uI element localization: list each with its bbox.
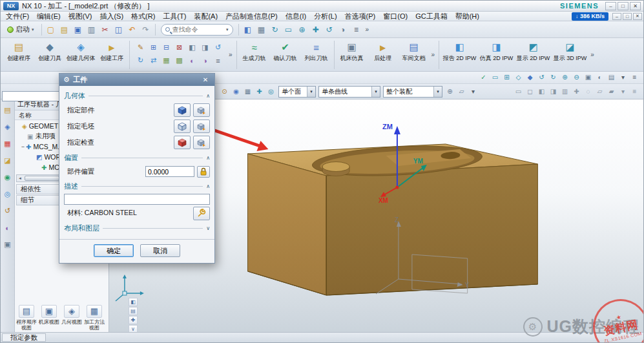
- ribbon-button[interactable]: ►创建工序: [96, 39, 127, 61]
- fit-window-icon[interactable]: ▭: [282, 23, 295, 36]
- display-part-button[interactable]: [193, 103, 210, 117]
- layers-icon[interactable]: ▤: [606, 72, 617, 83]
- navigator-view-tab[interactable]: ▦ 加工方法视图: [83, 305, 105, 331]
- ribbon-button[interactable]: ◧报告 2D IPW: [441, 39, 478, 61]
- constraint-navigator-icon[interactable]: ◈: [2, 121, 13, 132]
- ribbon-button[interactable]: ≈生成刀轨: [239, 39, 270, 61]
- doc-minimize-button[interactable]: –: [612, 13, 621, 20]
- roles-icon[interactable]: ◐: [2, 222, 13, 233]
- section-layout-layers[interactable]: 布局和图层 ∨: [64, 223, 210, 233]
- assembly-navigator-icon[interactable]: ▤: [2, 105, 13, 116]
- display-check-button[interactable]: [193, 136, 210, 149]
- zoom-in-icon[interactable]: ⊞: [501, 72, 512, 83]
- menu-item[interactable]: 文件(F): [2, 12, 33, 21]
- view-tool-icon[interactable]: ✚: [571, 87, 582, 97]
- half-shade-icon[interactable]: ◐: [594, 72, 605, 83]
- menu-item[interactable]: 格式(R): [127, 12, 159, 21]
- edit-material-button[interactable]: [193, 207, 210, 220]
- view-tool-icon[interactable]: ≡: [629, 87, 640, 97]
- menu-item[interactable]: 插入(S): [96, 12, 127, 21]
- doc-close-button[interactable]: ✕: [633, 13, 642, 20]
- ribbon-small-icon[interactable]: ↺: [212, 41, 224, 54]
- new-file-icon[interactable]: ▢: [45, 23, 57, 36]
- menu-item[interactable]: GC工具箱: [411, 12, 452, 21]
- start-menu-button[interactable]: 启动 ▾: [3, 23, 39, 36]
- save-icon[interactable]: ▣: [72, 23, 85, 36]
- ribbon-button[interactable]: ►后处理: [368, 39, 399, 61]
- window-layout-icon[interactable]: ▦: [255, 23, 268, 36]
- menu-item[interactable]: 分析(L): [310, 12, 340, 21]
- more-commands-icon[interactable]: ≡: [350, 23, 363, 36]
- ribbon-small-icon[interactable]: ⇄: [147, 54, 160, 67]
- selection-filter-combo[interactable]: 单条曲线▾: [318, 86, 380, 98]
- search-input[interactable]: [172, 26, 223, 33]
- scrollbar-thumb[interactable]: [25, 176, 59, 181]
- reuse-library-icon[interactable]: ◪: [2, 155, 13, 166]
- class-selection-icon[interactable]: ▱: [456, 87, 467, 97]
- ribbon-button[interactable]: ◆创建刀具: [34, 39, 65, 61]
- cancel-button[interactable]: 取消: [140, 244, 180, 257]
- navigator-view-tab[interactable]: ▤ 程序顺序视图: [16, 305, 37, 331]
- view-tool-icon[interactable]: ◻: [525, 87, 535, 97]
- find-component-icon[interactable]: ⊕: [444, 87, 455, 97]
- toolbar-overflow-chevron[interactable]: »: [364, 26, 371, 33]
- chevron-down-icon[interactable]: ▾: [371, 87, 380, 97]
- menu-item[interactable]: 视图(V): [65, 12, 96, 21]
- dialog-titlebar[interactable]: ⚙ 工件 ✕: [59, 74, 214, 86]
- navigator-view-tab[interactable]: ◈ 几何视图: [61, 305, 83, 325]
- ribbon-small-icon[interactable]: ◨: [199, 41, 211, 54]
- ribbon-small-icon[interactable]: ▦: [160, 54, 172, 67]
- view-tool-icon[interactable]: ▱: [594, 87, 605, 97]
- navigator-toolbar-icon[interactable]: ◧: [129, 298, 138, 306]
- hd3d-tools-icon[interactable]: ◉: [2, 172, 13, 183]
- redo-icon[interactable]: ↷: [140, 23, 152, 36]
- minimize-button[interactable]: –: [605, 2, 616, 10]
- highlight-icon[interactable]: ✚: [254, 87, 265, 97]
- part-navigator-icon[interactable]: ▦: [2, 138, 13, 149]
- section-offset[interactable]: 偏置 ∧: [64, 153, 210, 163]
- maximize-button[interactable]: □: [618, 2, 628, 10]
- menu-item[interactable]: 编辑(E): [33, 12, 65, 21]
- rotate-left-icon[interactable]: ↺: [536, 72, 547, 83]
- tree-expander[interactable]: −: [20, 143, 26, 150]
- ribbon-button[interactable]: ▤车间文档: [399, 39, 430, 61]
- chevron-down-icon[interactable]: ▾: [226, 27, 229, 32]
- history-icon[interactable]: ↺: [2, 205, 13, 216]
- ribbon-button[interactable]: ✔确认刀轨: [270, 39, 301, 61]
- view-tool-icon[interactable]: ◨: [548, 87, 559, 97]
- navigator-view-tab[interactable]: ▣ 机床视图: [38, 305, 60, 325]
- ribbon-button[interactable]: ▣机床仿真: [337, 39, 368, 61]
- view-tool-icon[interactable]: ▾: [618, 87, 628, 97]
- navigator-toolbar-icon[interactable]: ✚: [129, 316, 138, 324]
- chevron-down-icon[interactable]: ▾: [307, 87, 315, 97]
- menu-item[interactable]: 装配(A): [190, 12, 222, 21]
- zoom-icon[interactable]: ⊕: [296, 23, 309, 36]
- chevron-down-icon[interactable]: ▾: [433, 87, 442, 97]
- select-check-button[interactable]: [174, 136, 191, 149]
- open-icon[interactable]: ▤: [58, 23, 71, 36]
- system-materials-icon[interactable]: ▣: [2, 239, 13, 250]
- copy-icon[interactable]: ◫: [112, 23, 125, 36]
- dialog-close-icon[interactable]: ✕: [200, 76, 211, 83]
- navigator-toolbar-icon[interactable]: ▤: [129, 307, 138, 315]
- snap-point-icon[interactable]: ⊙: [219, 87, 230, 97]
- menu-item[interactable]: 首选项(P): [341, 12, 380, 21]
- ribbon-small-icon[interactable]: ◐: [186, 54, 198, 67]
- menu-item[interactable]: 窗口(O): [379, 12, 411, 21]
- overflow-icon[interactable]: ≡: [629, 72, 640, 83]
- selection-more-icon[interactable]: ▾: [468, 87, 479, 97]
- selection-filter-combo[interactable]: 整个装配▾: [383, 86, 442, 98]
- refresh-icon[interactable]: ↻: [269, 23, 282, 36]
- display-blank-button[interactable]: [193, 120, 210, 133]
- selection-filter-combo[interactable]: 单个面▾: [278, 86, 316, 98]
- rotate-view-icon[interactable]: ↺: [323, 23, 336, 36]
- ribbon-button[interactable]: ◪显示 3D IPW: [552, 39, 588, 61]
- pan-icon[interactable]: ✚: [309, 23, 322, 36]
- shaded-icon[interactable]: ◆: [525, 72, 535, 83]
- select-scope-icon[interactable]: ▦: [242, 87, 253, 97]
- select-blank-button[interactable]: [174, 120, 191, 133]
- doc-restore-button[interactable]: □: [623, 13, 632, 20]
- section-description[interactable]: 描述 ∧: [64, 182, 210, 191]
- general-selection-icon[interactable]: ◎: [265, 87, 276, 97]
- command-finder[interactable]: ▾: [161, 24, 233, 36]
